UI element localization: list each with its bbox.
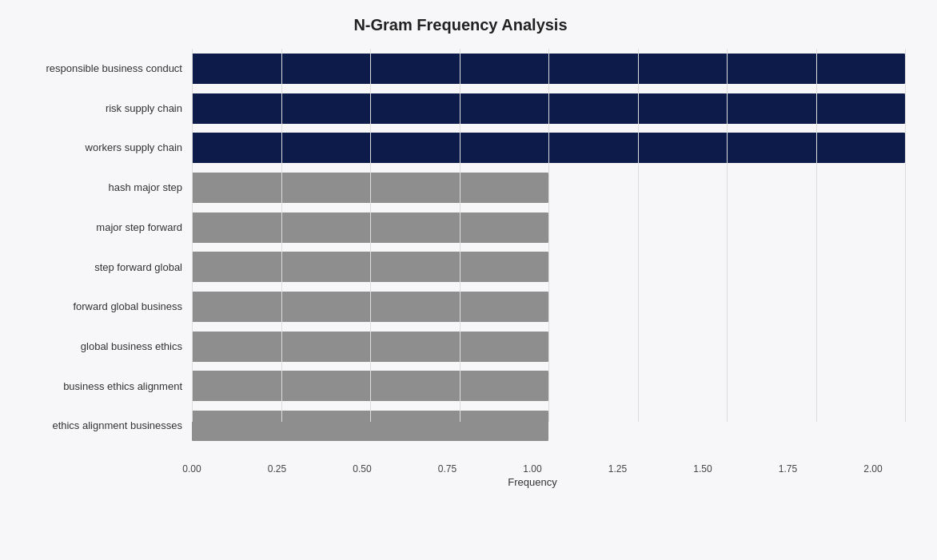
x-tick: 0.50: [353, 463, 371, 475]
y-label: global business ethics: [81, 327, 182, 367]
bar: [192, 133, 905, 163]
x-tick: 0.75: [438, 463, 457, 475]
bar-row: [192, 208, 905, 248]
x-tick: 1.75: [779, 463, 797, 475]
x-tick: 1.00: [523, 463, 541, 475]
x-tick: 0.25: [268, 463, 286, 475]
bar: [192, 411, 548, 441]
bar-row: [192, 89, 905, 129]
y-label: step forward global: [94, 248, 182, 288]
bar-row: [192, 248, 905, 288]
y-label: ethics alignment businesses: [52, 406, 182, 446]
bar: [192, 54, 905, 84]
x-axis-label: Frequency: [192, 475, 873, 489]
bar-row: [192, 406, 905, 446]
y-label: business ethics alignment: [63, 367, 182, 407]
chart-title: N-Gram Frequency Analysis: [16, 16, 905, 34]
x-tick: 0.00: [182, 463, 201, 475]
x-tick: 1.50: [693, 463, 712, 475]
bar-row: [192, 168, 905, 208]
y-label: major step forward: [96, 208, 182, 248]
bar: [192, 252, 548, 282]
bar: [192, 93, 905, 124]
bar-row: [192, 128, 905, 168]
x-label-text: Frequency: [508, 476, 556, 488]
bar-row: [192, 327, 905, 367]
bar: [192, 212, 548, 243]
bar-row: [192, 287, 905, 327]
grid-line: [905, 49, 906, 422]
y-label: forward global business: [73, 287, 182, 327]
x-tick: 2.00: [863, 463, 882, 475]
bar: [192, 292, 548, 322]
bar-row: [192, 49, 905, 89]
y-label: risk supply chain: [106, 89, 182, 129]
y-label: responsible business conduct: [46, 49, 182, 89]
bar: [192, 173, 548, 203]
x-axis: 0.000.250.500.751.001.251.501.752.00: [192, 446, 873, 475]
y-label: workers supply chain: [86, 128, 182, 168]
bar-row: [192, 367, 905, 407]
bar: [192, 371, 548, 401]
x-tick: 1.25: [608, 463, 627, 475]
bars-area: [192, 49, 905, 446]
chart-container: N-Gram Frequency Analysis responsible bu…: [0, 0, 937, 560]
bar: [192, 332, 548, 362]
y-axis-labels: responsible business conductrisk supply …: [16, 49, 192, 446]
y-label: hash major step: [109, 168, 183, 208]
